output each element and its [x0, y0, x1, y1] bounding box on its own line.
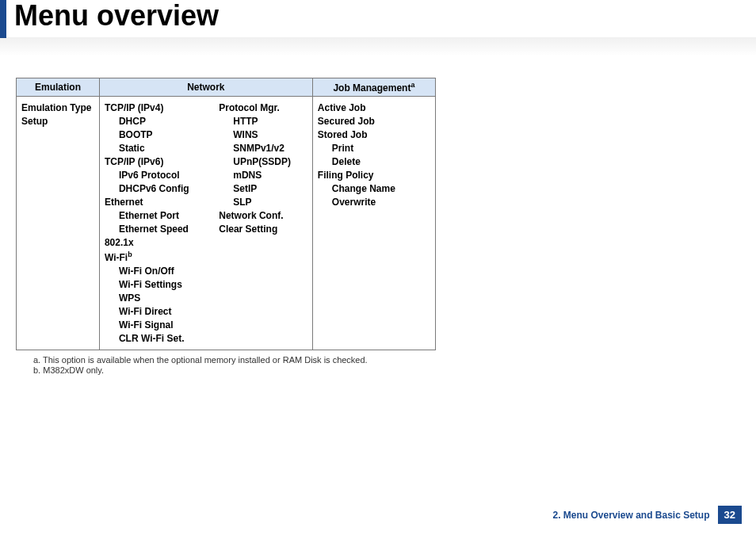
col-jobmgmt-header: Job Managementa	[312, 78, 435, 97]
net-dhcpv6: DHCPv6 Config	[119, 183, 209, 194]
col-jobmgmt-sup: a	[410, 81, 414, 89]
net-wifisettings: Wi-Fi Settings	[119, 279, 209, 290]
job-active: Active Job	[318, 102, 430, 113]
net-wins: WINS	[233, 129, 307, 140]
content-area: Emulation Network Job Managementa Emulat…	[16, 78, 740, 375]
net-upnp: UPnP(SSDP)	[233, 156, 307, 167]
net-dhcp: DHCP	[119, 116, 209, 127]
net-clearsetting: Clear Setting	[219, 224, 307, 235]
footnote-a: a. This option is available when the opt…	[33, 355, 740, 365]
header-accent-bar	[0, 0, 6, 38]
job-delete: Delete	[332, 156, 430, 167]
page-title: Menu overview	[14, 0, 219, 32]
job-print: Print	[332, 143, 430, 154]
net-snmp: SNMPv1/v2	[233, 143, 307, 154]
col-emulation-header: Emulation	[17, 78, 100, 97]
job-stored: Stored Job	[318, 129, 430, 140]
net-protomgr: Protocol Mgr.	[219, 102, 307, 113]
emulation-type: Emulation Type	[21, 102, 94, 113]
net-wifisignal: Wi-Fi Signal	[119, 319, 209, 331]
net-mdns: mDNS	[233, 170, 307, 181]
net-ipv6proto: IPv6 Protocol	[119, 170, 209, 181]
job-secured: Secured Job	[318, 116, 430, 127]
net-ethport: Ethernet Port	[119, 210, 209, 221]
cell-network-1: TCP/IP (IPv4) DHCP BOOTP Static TCP/IP (…	[99, 97, 214, 350]
col-network-header: Network	[99, 78, 312, 97]
emulation-setup: Setup	[21, 116, 94, 127]
menu-table: Emulation Network Job Managementa Emulat…	[16, 78, 436, 350]
footer: 2. Menu Overview and Basic Setup 32	[552, 506, 742, 524]
page-number: 32	[718, 506, 742, 524]
net-static: Static	[119, 143, 209, 154]
title-shadow	[0, 37, 756, 61]
net-slp: SLP	[233, 197, 307, 208]
job-overwrite: Overwrite	[332, 197, 430, 208]
net-ethspeed: Ethernet Speed	[119, 224, 209, 235]
net-ethernet: Ethernet	[105, 197, 209, 208]
net-bootp: BOOTP	[119, 129, 209, 140]
col-jobmgmt-label: Job Management	[333, 82, 410, 94]
footnote-b: b. M382xDW only.	[33, 365, 740, 375]
net-wifidirect: Wi-Fi Direct	[119, 306, 209, 317]
net-wifi-label: Wi-Fi	[105, 252, 128, 263]
footnotes: a. This option is available when the opt…	[33, 355, 740, 375]
net-wifionoff: Wi-Fi On/Off	[119, 266, 209, 277]
net-wifi: Wi-Fib	[105, 250, 209, 263]
job-changename: Change Name	[332, 183, 430, 194]
footer-chapter: 2. Menu Overview and Basic Setup	[552, 510, 709, 521]
net-netconf: Network Conf.	[219, 210, 307, 221]
net-tcpip6: TCP/IP (IPv6)	[105, 156, 209, 167]
header: Menu overview	[0, 0, 756, 38]
net-wifi-sup: b	[128, 250, 132, 258]
net-wps: WPS	[119, 292, 209, 304]
net-dot1x: 802.1x	[105, 237, 209, 248]
cell-emulation: Emulation Type Setup	[17, 97, 100, 350]
cell-network-2: Protocol Mgr. HTTP WINS SNMPv1/v2 UPnP(S…	[214, 97, 312, 350]
job-filing: Filing Policy	[318, 170, 430, 181]
net-http: HTTP	[233, 116, 307, 127]
net-setip: SetIP	[233, 183, 307, 194]
net-tcpip4: TCP/IP (IPv4)	[105, 102, 209, 113]
cell-jobmgmt: Active Job Secured Job Stored Job Print …	[312, 97, 435, 350]
net-clrwifi: CLR Wi-Fi Set.	[119, 333, 209, 344]
